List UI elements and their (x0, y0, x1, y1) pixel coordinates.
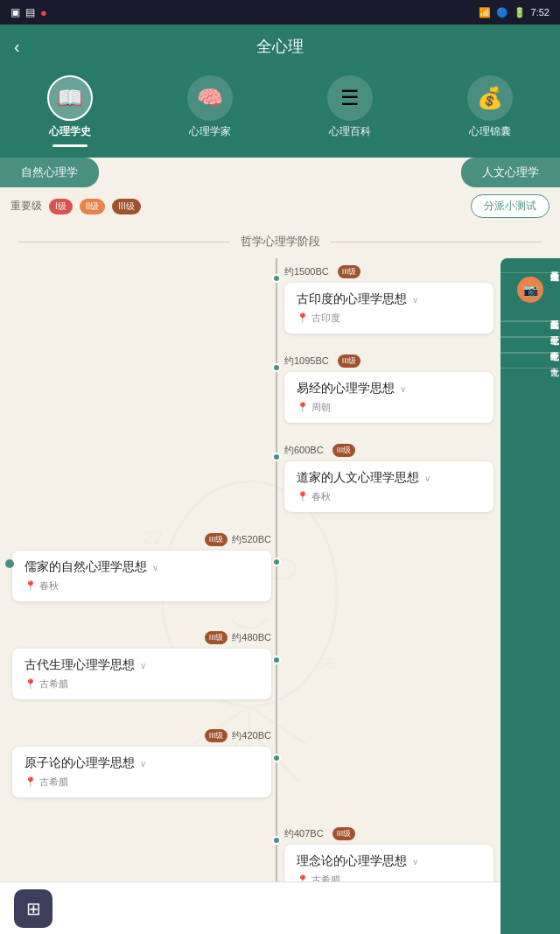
location-pin-4: 📍 (24, 580, 37, 592)
card-yijing[interactable]: 易经的心理学思想 ∨ 📍 周朝 (284, 372, 494, 423)
card-title-7: 理念论的心理学思想 ∨ (297, 853, 481, 869)
card-physiological[interactable]: 古代生理心理学思想 ∨ 📍 古希腊 (12, 649, 271, 699)
card-confucianism[interactable]: 儒家的自然心理学思想 ∨ 📍 春秋 (12, 551, 271, 601)
badge-level1: I级 (49, 199, 73, 214)
legend-row: 重要级 I级 II级 III级 分派小测试 (0, 187, 560, 225)
timeline-entry-3: 约600BC III级 道家的人文心理学思想 ∨ 📍 春秋 (0, 437, 560, 526)
bottom-bar: ⊞ (0, 881, 560, 934)
date-1500bc: 约1500BC (284, 265, 329, 278)
date-407bc: 约407BC (284, 827, 324, 840)
phase-title: 哲学心理学阶段 (241, 235, 320, 248)
status-bar-left-icons: ▣ ▤ ● (10, 6, 47, 19)
tab-scholars[interactable]: 🧠 心理学家 (140, 75, 280, 147)
location-pin-1: 📍 (297, 313, 309, 324)
camera-icon[interactable]: 📷 (517, 277, 543, 303)
wifi-icon: 📶 (479, 7, 491, 18)
signal-icon: ▤ (25, 6, 35, 18)
timeline-entry-4: III级 约520BC 儒家的自然心理学思想 ∨ 📍 春秋 (0, 526, 560, 624)
card-title-6: 原子论的心理学思想 ∨ (24, 755, 259, 771)
badge-1095bc: III级 (338, 355, 361, 368)
badge-1500bc: III级 (338, 265, 361, 278)
scroll-era-4[interactable]: 十七至十九世纪中叶 (500, 338, 560, 353)
time-display: 7:52 (531, 7, 550, 18)
test-button[interactable]: 分派小测试 (471, 194, 550, 218)
location-pin-3: 📍 (297, 491, 309, 502)
chevron-icon-2: ∨ (400, 384, 406, 394)
card-taoism[interactable]: 道家的人文心理学思想 ∨ 📍 春秋 (284, 461, 494, 512)
page-title: 全心理 (256, 36, 304, 57)
card-title-2: 易经的心理学思想 ∨ (297, 381, 481, 397)
timeline-dot-7 (272, 836, 281, 845)
status-bar-right-icons: 📶 🔵 🔋 7:52 (479, 7, 550, 18)
chevron-icon-1: ∨ (412, 295, 418, 305)
tab-encyclopedia[interactable]: ☰ 心理百科 (280, 75, 420, 147)
grid-button[interactable]: ⊞ (14, 889, 52, 928)
sub-nav-natural[interactable]: 自然心理学 (0, 158, 99, 187)
card-sub-3: 📍 春秋 (297, 490, 481, 503)
date-600bc: 约600BC (284, 444, 324, 457)
timeline-dot-1 (272, 274, 281, 283)
date-520bc: 约520BC (232, 533, 271, 546)
card-title-3: 道家的人文心理学思想 ∨ (297, 470, 481, 486)
scroll-era-5[interactable]: 十九世 (500, 354, 560, 369)
badge-420bc: III级 (205, 729, 228, 742)
header: ‹ 全心理 (0, 25, 560, 68)
timeline-dot-4 (272, 558, 281, 566)
badge-level2: II级 (80, 199, 106, 214)
location-pin-2: 📍 (297, 402, 309, 413)
battery-icon: 🔋 (514, 7, 526, 18)
tab-treasury-icon: 💰 (467, 75, 513, 121)
badge-520bc: III级 (205, 533, 228, 546)
timeline-dot-6 (272, 754, 281, 762)
timeline-entry-1: 约1500BC III级 古印度的心理学思想 ∨ 📍 古印度 (0, 258, 560, 348)
card-sub-6: 📍 古希腊 (24, 776, 259, 789)
date-420bc: 约420BC (232, 729, 271, 742)
left-dot-4 (5, 559, 14, 568)
date-1095bc: 约1095BC (284, 355, 329, 368)
scroll-era-1[interactable]: 公元前十六至前十二世纪 (500, 258, 560, 273)
tab-scholars-icon: 🧠 (187, 75, 233, 121)
card-sub-1: 📍 古印度 (297, 312, 481, 325)
card-sub-4: 📍 春秋 (24, 579, 259, 593)
chevron-icon-6: ∨ (140, 759, 146, 769)
tab-treasury-label: 心理锦囊 (469, 124, 511, 139)
timeline-entry-6: III级 约420BC 原子论的心理学思想 ∨ 📍 古希腊 (0, 722, 560, 820)
card-ancient-india[interactable]: 古印度的心理学思想 ∨ 📍 古印度 (284, 283, 494, 334)
tab-history[interactable]: 📖 心理学史 (0, 75, 140, 147)
tab-treasury[interactable]: 💰 心理锦囊 (420, 75, 560, 147)
phase-header: 哲学心理学阶段 (0, 225, 560, 258)
timeline-entry-2: 约1095BC III级 易经的心理学思想 ∨ 📍 周朝 (0, 348, 560, 437)
date-480bc: 约480BC (232, 631, 271, 644)
timeline-area: 22 56 58 公元前十六至前十二世纪 📷 公元前六至公元五世纪 五至十七世纪… (0, 258, 560, 934)
chevron-icon-4: ∨ (152, 563, 158, 572)
legend-label: 重要级 (10, 199, 42, 214)
timeline-entry-5: III级 约480BC 古代生理心理学思想 ∨ 📍 古希腊 (0, 624, 560, 722)
badge-480bc: III级 (205, 631, 228, 644)
sub-nav-humanities[interactable]: 人文心理学 (461, 158, 560, 187)
badge-600bc: III级 (332, 444, 356, 457)
tab-history-icon: 📖 (47, 75, 93, 121)
card-sub-2: 📍 周朝 (297, 401, 481, 414)
location-pin-6: 📍 (24, 776, 37, 788)
chevron-icon-5: ∨ (140, 661, 146, 671)
tab-encyclopedia-label: 心理百科 (329, 124, 371, 139)
card-atomism[interactable]: 原子论的心理学思想 ∨ 📍 古希腊 (12, 747, 271, 797)
app-icon-small: ● (40, 6, 47, 19)
timeline-dot-2 (272, 363, 281, 372)
timeline-dot-5 (272, 656, 281, 664)
tab-encyclopedia-icon: ☰ (327, 75, 373, 121)
scroll-era-2[interactable]: 公元前六至公元五世纪 (500, 306, 560, 321)
tab-scholars-label: 心理学家 (189, 124, 231, 139)
back-button[interactable]: ‹ (14, 37, 20, 57)
tab-history-label: 心理学史 (49, 124, 91, 139)
card-sub-5: 📍 古希腊 (24, 678, 259, 691)
side-scroll-panel: 公元前十六至前十二世纪 📷 公元前六至公元五世纪 五至十七世纪 十七至十九世纪中… (500, 258, 560, 934)
scroll-era-3[interactable]: 五至十七世纪 (500, 322, 560, 337)
tab-bar: 📖 心理学史 🧠 心理学家 ☰ 心理百科 💰 心理锦囊 (0, 68, 560, 158)
location-pin-5: 📍 (24, 678, 37, 690)
tab-history-underline (52, 144, 88, 147)
chevron-icon-7: ∨ (412, 857, 418, 867)
chevron-icon-3: ∨ (424, 474, 430, 483)
card-title-5: 古代生理心理学思想 ∨ (24, 657, 259, 673)
notification-icon: ▣ (10, 6, 20, 18)
